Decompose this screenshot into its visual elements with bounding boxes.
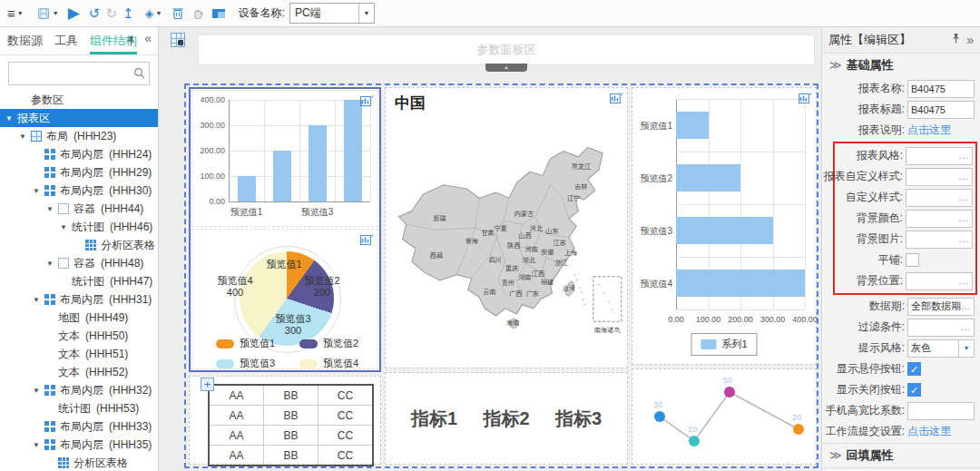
tab-datasource[interactable]: 数据源 <box>7 27 43 54</box>
property-checkbox[interactable] <box>906 253 919 267</box>
search-icon[interactable] <box>133 66 145 83</box>
tree-item[interactable]: 分析区表格 <box>0 236 158 254</box>
more-options-button[interactable]: ... <box>959 214 969 223</box>
property-link[interactable]: 点击这里 <box>907 424 951 439</box>
tree-item[interactable]: 统计图(HHH53) <box>0 399 158 417</box>
tab-tools[interactable]: 工具 <box>54 27 78 54</box>
tree-item[interactable]: ▼容器(HHH48) <box>0 254 158 272</box>
tree-expand-icon[interactable]: ▼ <box>60 223 72 231</box>
tree-expand-icon[interactable]: ▼ <box>46 205 58 213</box>
parameter-panel[interactable]: 参数面板区 ▲ <box>198 34 815 65</box>
chart-settings-icon[interactable] <box>799 91 812 107</box>
property-input[interactable] <box>907 402 975 420</box>
locked-grid-icon[interactable] <box>171 33 185 47</box>
legend-item[interactable]: 预览值4 <box>299 357 358 370</box>
chevron-down-icon[interactable]: ▼ <box>358 4 374 23</box>
tree-item[interactable]: 文本(HHH51) <box>0 345 158 363</box>
panel-layout-icon[interactable] <box>211 2 226 25</box>
tree-item[interactable]: 分析区表格 <box>0 454 158 471</box>
tree-item[interactable]: ▼布局内层(HHH31) <box>0 290 158 309</box>
tree-item[interactable]: ▼统计图(HHH46) <box>0 218 158 236</box>
table-cell[interactable]: CC <box>318 385 374 406</box>
format-dropdown-icon[interactable]: ▼ <box>154 10 164 16</box>
legend-item[interactable]: 预览值1 <box>216 337 275 350</box>
format-brush-icon[interactable]: ◈ <box>145 2 154 25</box>
property-input[interactable]: 全部数据期... <box>907 298 975 316</box>
pin-icon[interactable] <box>951 33 961 47</box>
device-select[interactable]: PC端 ▼ <box>289 3 375 24</box>
tree-item[interactable]: 布局内层(HHH24) <box>0 145 158 163</box>
move-handle-icon[interactable]: + <box>201 378 214 391</box>
property-input[interactable]: ... <box>906 189 973 207</box>
property-checkbox[interactable]: ✓ <box>907 362 921 376</box>
tree-item[interactable]: ▼容器(HHH44) <box>0 200 158 218</box>
property-input[interactable]: ... <box>906 168 973 186</box>
table-cell[interactable]: CC <box>318 426 374 446</box>
property-input[interactable]: B40475 <box>907 101 975 119</box>
selected-chart-container[interactable]: 0.00100.00200.00300.00400.00预览值1预览值3 预览值… <box>189 87 381 372</box>
more-options-button[interactable]: ... <box>959 172 969 182</box>
line-chart-widget[interactable]: 30105020 <box>632 368 817 465</box>
hand-icon[interactable] <box>191 2 204 25</box>
table-cell[interactable]: AA <box>209 406 264 426</box>
tree-item[interactable]: 统计图(HHH47) <box>0 272 158 290</box>
save-icon[interactable] <box>36 2 51 25</box>
legend-item[interactable]: 预览值3 <box>216 357 275 370</box>
pin-icon[interactable] <box>126 34 136 51</box>
property-input[interactable]: ... <box>906 210 973 228</box>
column-chart-widget[interactable]: 0.00100.00200.00300.00400.00预览值1预览值3 <box>191 90 378 227</box>
chart-settings-icon[interactable] <box>360 232 374 249</box>
property-input[interactable]: ... <box>906 272 973 290</box>
tree-item[interactable]: ▼布局(HHH23) <box>0 127 158 145</box>
property-input[interactable]: ... <box>906 231 973 249</box>
bar-chart-widget[interactable]: 系列1 预览值1预览值2预览值3预览值40.00100.00200.00300.… <box>632 87 817 365</box>
search-input[interactable] <box>13 64 143 83</box>
tree-item[interactable]: 文本(HHH52) <box>0 363 158 381</box>
table-cell[interactable]: CC <box>318 446 374 466</box>
collapse-left-icon[interactable]: « <box>144 31 152 45</box>
table-cell[interactable]: AA <box>209 385 264 406</box>
indicators-widget[interactable]: 指标1指标2指标3 <box>385 372 628 465</box>
more-options-button[interactable]: ... <box>959 235 969 244</box>
menu-dropdown-icon[interactable]: ▼ <box>15 10 25 16</box>
run-icon[interactable]: ▶ <box>68 2 80 25</box>
upload-icon[interactable]: ↥ <box>122 2 134 25</box>
property-select[interactable]: 灰色▼ <box>907 339 975 358</box>
property-link[interactable]: 点击这里 <box>907 123 951 138</box>
table-cell[interactable]: CC <box>318 406 374 426</box>
table-widget[interactable]: + AABBCCAABBCCAABBCCAABBCC <box>189 376 381 465</box>
tree-expand-icon[interactable]: ▼ <box>46 260 58 268</box>
table-cell[interactable]: BB <box>264 385 318 406</box>
table-cell[interactable]: AA <box>209 426 264 446</box>
more-options-button[interactable]: ... <box>961 323 971 332</box>
tree-item[interactable]: 参数区 <box>0 91 158 109</box>
tree-expand-icon[interactable]: ▼ <box>33 387 44 395</box>
tree-expand-icon[interactable]: ▼ <box>33 441 44 449</box>
more-options-button[interactable]: ... <box>959 277 969 286</box>
section-advanced[interactable]: ≫高级 <box>822 467 980 471</box>
table-cell[interactable]: BB <box>264 406 318 426</box>
more-options-button[interactable]: ... <box>961 302 971 311</box>
chevron-down-icon[interactable]: ▼ <box>958 340 974 357</box>
tree-item[interactable]: ▼布局内层(HHH30) <box>0 182 158 200</box>
chart-settings-icon[interactable] <box>610 91 623 107</box>
tree-item[interactable]: ▼布局内层(HHH35) <box>0 436 158 454</box>
section-backfill-properties[interactable]: ≫回填属性 <box>822 443 980 467</box>
tree-item[interactable]: 地图(HHH49) <box>0 309 158 327</box>
property-input[interactable]: B40475 <box>907 80 975 98</box>
panel-collapse-handle[interactable]: ▲ <box>485 64 527 72</box>
preview-table[interactable]: AABBCCAABBCCAABBCCAABBCC <box>208 384 374 466</box>
property-checkbox[interactable]: ✓ <box>907 383 921 397</box>
table-cell[interactable]: BB <box>264 446 318 466</box>
property-input[interactable]: ... <box>906 147 973 165</box>
property-input[interactable]: ... <box>907 319 975 337</box>
tree-expand-icon[interactable]: ▼ <box>33 296 44 304</box>
table-cell[interactable]: AA <box>209 446 264 466</box>
map-widget[interactable]: 中国 <box>385 87 628 368</box>
tree-expand-icon[interactable]: ▼ <box>19 132 31 141</box>
tree-item[interactable]: 文本(HHH50) <box>0 327 158 345</box>
table-cell[interactable]: BB <box>264 426 318 446</box>
menu-icon[interactable]: ≡ <box>7 2 15 25</box>
tree-item[interactable]: ▼报表区 <box>0 109 158 127</box>
tree-item[interactable]: ▼布局内层(HHH32) <box>0 381 158 399</box>
